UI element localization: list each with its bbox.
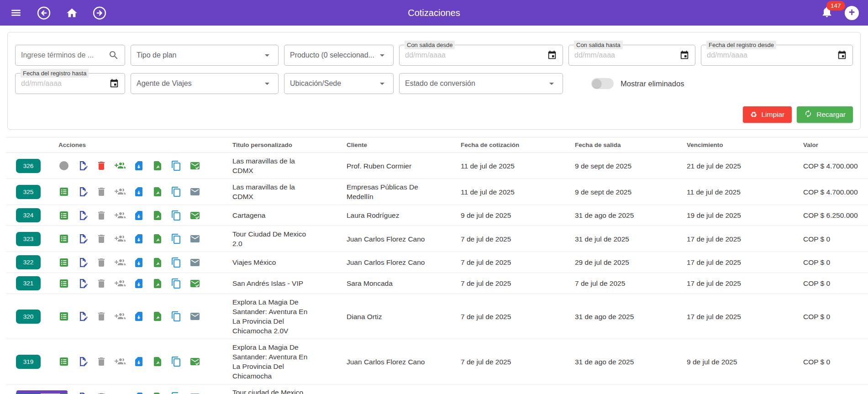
delete-icon[interactable]	[96, 392, 107, 394]
delete-icon[interactable]	[96, 311, 107, 322]
show-deleted-toggle[interactable]	[591, 78, 614, 89]
add-people-icon[interactable]	[115, 356, 126, 367]
plan-type-select[interactable]: Tipo de plan	[131, 45, 279, 66]
mail-plain-icon[interactable]	[189, 311, 200, 322]
edit-document-icon[interactable]	[77, 233, 88, 244]
copy-icon[interactable]	[171, 186, 182, 197]
download-document-icon[interactable]	[133, 210, 144, 221]
download-document-icon[interactable]	[133, 278, 144, 289]
pdf-icon[interactable]	[152, 257, 163, 268]
departure-to-field[interactable]: Con salida hasta	[568, 45, 695, 66]
calendar-icon[interactable]	[679, 50, 689, 60]
delete-icon[interactable]	[96, 233, 107, 244]
mail-plain-icon[interactable]	[189, 257, 200, 268]
pdf-icon[interactable]	[152, 356, 163, 367]
mail-plain-icon[interactable]	[189, 233, 200, 244]
departure-from-field[interactable]: Con salida desde	[399, 45, 563, 66]
copy-icon[interactable]	[171, 160, 182, 171]
add-people-icon[interactable]	[115, 186, 126, 197]
register-to-input[interactable]	[21, 79, 109, 88]
mail-check-icon[interactable]	[189, 356, 200, 367]
add-people-icon[interactable]	[115, 160, 126, 171]
horizontal-scrollbar-thumb[interactable]	[16, 390, 68, 394]
location-select[interactable]: Ubicación/Sede	[284, 73, 394, 94]
list-status-icon[interactable]	[58, 186, 69, 197]
home-icon[interactable]	[65, 6, 79, 20]
download-document-icon[interactable]	[133, 186, 144, 197]
add-people-icon[interactable]	[115, 311, 126, 322]
list-status-icon[interactable]	[58, 356, 69, 367]
pdf-icon[interactable]	[152, 311, 163, 322]
search-field[interactable]	[15, 45, 125, 66]
product-select[interactable]: Producto (0 seleccionad...	[284, 45, 394, 66]
mail-check-icon[interactable]	[189, 160, 200, 171]
calendar-icon[interactable]	[837, 50, 847, 60]
mail-check-icon[interactable]	[189, 278, 200, 289]
edit-document-icon[interactable]	[77, 210, 88, 221]
list-status-icon[interactable]	[58, 233, 69, 244]
notifications-button[interactable]: 147	[820, 6, 834, 20]
menu-icon[interactable]	[9, 6, 23, 20]
delete-icon[interactable]	[96, 210, 107, 221]
circle-status-icon[interactable]	[58, 160, 69, 171]
download-document-icon[interactable]	[133, 160, 144, 171]
delete-icon[interactable]	[96, 278, 107, 289]
copy-icon[interactable]	[171, 392, 182, 394]
copy-icon[interactable]	[171, 356, 182, 367]
departure-to-input[interactable]	[574, 51, 679, 59]
pdf-icon[interactable]	[152, 210, 163, 221]
add-button[interactable]: +	[845, 6, 859, 20]
forward-icon[interactable]	[93, 6, 106, 20]
add-people-icon[interactable]	[115, 257, 126, 268]
conversion-status-select[interactable]: Estado de conversión	[399, 73, 563, 94]
download-document-icon[interactable]	[133, 233, 144, 244]
list-status-icon[interactable]	[58, 311, 69, 322]
delete-icon[interactable]	[96, 257, 107, 268]
copy-icon[interactable]	[171, 278, 182, 289]
download-document-icon[interactable]	[133, 392, 144, 394]
edit-document-icon[interactable]	[77, 278, 88, 289]
mail-check-icon[interactable]	[189, 210, 200, 221]
pdf-icon[interactable]	[152, 160, 163, 171]
list-status-icon[interactable]	[58, 257, 69, 268]
delete-icon[interactable]	[96, 160, 107, 171]
pdf-icon[interactable]	[152, 392, 163, 394]
edit-document-icon[interactable]	[77, 311, 88, 322]
register-from-field[interactable]: Fecha del registro desde	[701, 45, 853, 66]
calendar-icon[interactable]	[547, 50, 557, 60]
register-to-field[interactable]: Fecha del registro hasta	[15, 73, 125, 94]
delete-icon[interactable]	[96, 356, 107, 367]
pdf-icon[interactable]	[152, 233, 163, 244]
mail-plain-icon[interactable]	[189, 392, 200, 394]
copy-icon[interactable]	[171, 311, 182, 322]
download-document-icon[interactable]	[133, 311, 144, 322]
download-document-icon[interactable]	[133, 257, 144, 268]
clear-button[interactable]: ♻ Limpiar	[743, 106, 792, 123]
edit-document-icon[interactable]	[77, 160, 88, 171]
edit-document-icon[interactable]	[77, 392, 88, 394]
list-status-icon[interactable]	[58, 278, 69, 289]
calendar-icon[interactable]	[109, 79, 119, 89]
reload-button[interactable]: Recargar	[797, 106, 853, 123]
copy-icon[interactable]	[171, 233, 182, 244]
delete-icon[interactable]	[96, 186, 107, 197]
list-status-icon[interactable]	[58, 210, 69, 221]
edit-document-icon[interactable]	[77, 186, 88, 197]
edit-document-icon[interactable]	[77, 257, 88, 268]
back-icon[interactable]	[37, 6, 51, 20]
search-input[interactable]	[21, 51, 108, 59]
mail-plain-icon[interactable]	[189, 186, 200, 197]
pdf-icon[interactable]	[152, 278, 163, 289]
download-document-icon[interactable]	[133, 356, 144, 367]
add-people-icon[interactable]	[115, 233, 126, 244]
register-from-input[interactable]	[707, 51, 837, 59]
add-people-icon[interactable]	[115, 392, 126, 394]
travel-agent-select[interactable]: Agente de Viajes	[131, 73, 279, 94]
add-people-icon[interactable]	[115, 278, 126, 289]
copy-icon[interactable]	[171, 257, 182, 268]
edit-document-icon[interactable]	[77, 356, 88, 367]
add-people-icon[interactable]	[115, 210, 126, 221]
pdf-icon[interactable]	[152, 186, 163, 197]
departure-from-input[interactable]	[405, 51, 547, 59]
copy-icon[interactable]	[171, 210, 182, 221]
